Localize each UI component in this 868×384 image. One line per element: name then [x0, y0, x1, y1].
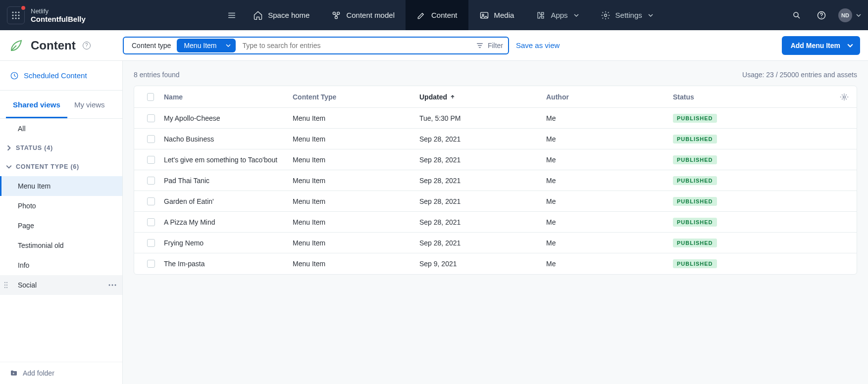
status-badge: PUBLISHED	[673, 197, 717, 206]
col-author[interactable]: Author	[541, 93, 668, 101]
status-badge: PUBLISHED	[673, 218, 717, 227]
table-row[interactable]: Frying Nemo Menu Item Sep 28, 2021 Me PU…	[134, 233, 857, 253]
view-info[interactable]: Info	[0, 255, 122, 275]
cell-name: Garden of Eatin'	[159, 197, 288, 205]
table-row[interactable]: A Pizza My Mind Menu Item Sep 28, 2021 M…	[134, 212, 857, 233]
svg-point-28	[843, 96, 846, 98]
gear-icon	[601, 10, 611, 20]
row-checkbox[interactable]	[147, 260, 155, 268]
status-badge: PUBLISHED	[673, 135, 717, 144]
table-row[interactable]: Garden of Eatin' Menu Item Sep 28, 2021 …	[134, 191, 857, 212]
main-content: 8 entries found Usage: 23 / 25000 entrie…	[123, 61, 868, 384]
tab-shared-views[interactable]: Shared views	[6, 91, 67, 118]
col-status[interactable]: Status	[668, 93, 835, 101]
svg-point-22	[6, 285, 7, 286]
scheduled-label: Scheduled Content	[24, 71, 87, 80]
group-content-type[interactable]: CONTENT TYPE (6)	[0, 157, 122, 176]
cell-status: PUBLISHED	[668, 155, 835, 164]
content-title-area: Content ?	[9, 38, 123, 53]
filter-bar: Content type Menu Item Filter Save as vi…	[123, 36, 860, 55]
col-updated[interactable]: Updated	[414, 93, 541, 101]
svg-point-25	[109, 285, 110, 286]
cell-content-type: Menu Item	[288, 218, 414, 226]
row-checkbox[interactable]	[147, 218, 155, 226]
view-social-label: Social	[18, 281, 37, 289]
cell-status: PUBLISHED	[668, 218, 835, 227]
more-icon[interactable]	[108, 284, 116, 286]
row-checkbox[interactable]	[147, 177, 155, 185]
add-entry-label: Add Menu Item	[791, 42, 840, 49]
filter-toggle[interactable]: Filter	[476, 42, 508, 49]
svg-point-4	[15, 14, 16, 16]
view-social[interactable]: Social	[0, 275, 122, 295]
add-entry-button[interactable]: Add Menu Item	[782, 36, 860, 55]
nav-apps[interactable]: Apps	[525, 0, 589, 30]
cell-author: Me	[541, 177, 668, 185]
help-button[interactable]	[814, 7, 829, 23]
cell-name: My Apollo-Cheese	[159, 114, 288, 122]
col-content-type[interactable]: Content Type	[288, 93, 414, 101]
entries-found: 8 entries found	[134, 71, 180, 79]
view-menu-item[interactable]: Menu Item	[0, 176, 122, 196]
cell-content-type: Menu Item	[288, 114, 414, 122]
row-checkbox[interactable]	[147, 197, 155, 205]
user-menu[interactable]: ND	[838, 8, 861, 22]
sidebar: Scheduled Content Shared views My views …	[0, 61, 123, 384]
row-checkbox[interactable]	[147, 239, 155, 247]
view-all[interactable]: All	[0, 119, 122, 139]
save-view-button[interactable]: Save as view	[516, 41, 560, 49]
table-row[interactable]: The Im-pasta Menu Item Sep 9, 2021 Me PU…	[134, 253, 857, 274]
table-row[interactable]: Let's give em something to Taco'bout Men…	[134, 149, 857, 170]
col-name[interactable]: Name	[159, 93, 288, 101]
chevron-down-icon	[226, 43, 231, 48]
status-badge: PUBLISHED	[673, 176, 717, 185]
brand-area: Netlify ContentfulBelly	[0, 0, 106, 30]
table-row[interactable]: Nacho Business Menu Item Sep 28, 2021 Me…	[134, 129, 857, 149]
view-photo[interactable]: Photo	[0, 196, 122, 216]
scheduled-content-link[interactable]: Scheduled Content	[0, 61, 122, 91]
chevron-down-icon	[847, 43, 853, 48]
help-tooltip-button[interactable]: ?	[83, 42, 91, 49]
content-type-label: Content type	[126, 42, 177, 49]
nav-media[interactable]: Media	[468, 0, 525, 30]
status-badge: PUBLISHED	[673, 239, 717, 247]
main-split: Scheduled Content Shared views My views …	[0, 61, 868, 384]
topbar: Netlify ContentfulBelly Space home Conte…	[0, 0, 868, 30]
svg-point-27	[115, 285, 116, 286]
search-input[interactable]	[236, 38, 476, 53]
view-page[interactable]: Page	[0, 216, 122, 236]
cell-author: Me	[541, 156, 668, 164]
search-icon	[792, 11, 801, 20]
view-testimonial[interactable]: Testimonial old	[0, 236, 122, 255]
help-icon	[817, 10, 826, 20]
add-folder-button[interactable]: Add folder	[0, 362, 122, 384]
svg-point-6	[12, 17, 13, 19]
home-icon	[253, 10, 263, 20]
drag-handle-icon[interactable]	[3, 281, 9, 289]
main-nav: Space home Content model Content Media A…	[242, 0, 664, 30]
select-all-checkbox[interactable]	[147, 93, 154, 101]
topbar-right: ND	[782, 7, 868, 23]
row-checkbox[interactable]	[147, 135, 155, 143]
tab-my-views[interactable]: My views	[67, 91, 112, 118]
row-checkbox[interactable]	[147, 156, 155, 164]
sidebar-collapse-button[interactable]	[224, 8, 239, 23]
nav-space-home[interactable]: Space home	[242, 0, 320, 30]
entries-table: Name Content Type Updated Author Status …	[134, 86, 857, 275]
nav-settings[interactable]: Settings	[590, 0, 664, 30]
group-content-type-label: CONTENT TYPE (6)	[16, 163, 79, 170]
app-switcher-button[interactable]	[7, 6, 25, 24]
status-badge: PUBLISHED	[673, 259, 717, 268]
search-button[interactable]	[789, 7, 805, 23]
table-row[interactable]: My Apollo-Cheese Menu Item Tue, 5:30 PM …	[134, 108, 857, 129]
svg-point-7	[15, 17, 16, 19]
table-settings-button[interactable]	[835, 93, 857, 101]
group-status-label: STATUS (4)	[16, 144, 53, 151]
group-status[interactable]: STATUS (4)	[0, 139, 122, 157]
nav-content-model[interactable]: Content model	[320, 0, 406, 30]
content-type-dropdown[interactable]: Menu Item	[177, 39, 235, 52]
nav-content[interactable]: Content	[406, 0, 468, 30]
row-checkbox[interactable]	[147, 114, 155, 122]
usage-text: Usage: 23 / 25000 entries and assets	[742, 71, 857, 79]
table-row[interactable]: Pad Thai Tanic Menu Item Sep 28, 2021 Me…	[134, 170, 857, 191]
